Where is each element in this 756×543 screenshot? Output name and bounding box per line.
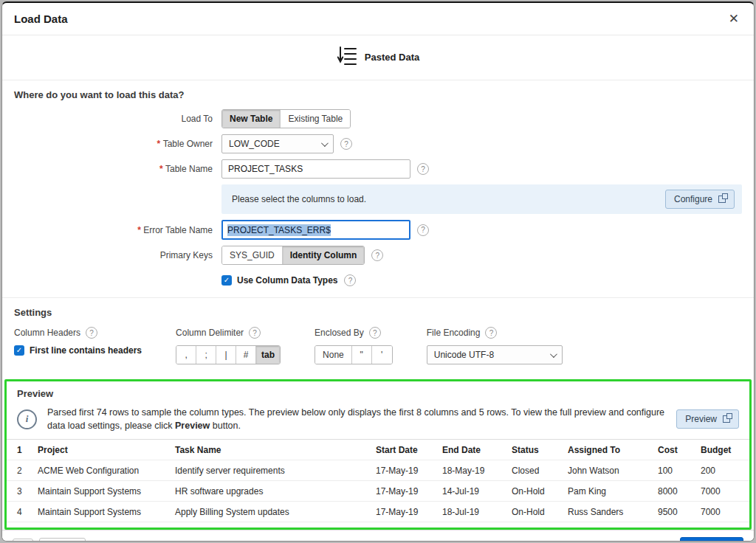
dialog-header: Load Data ✕ xyxy=(2,3,754,35)
configure-notice-text: Please select the columns to load. xyxy=(232,194,366,204)
error-table-label: Error Table Name xyxy=(2,225,221,235)
preview-cell: Project xyxy=(30,440,168,460)
load-to-option-new-table[interactable]: New Table xyxy=(222,110,281,128)
table-name-input[interactable] xyxy=(221,159,410,179)
row-number: 5 xyxy=(7,522,30,530)
delimiter-hash[interactable]: # xyxy=(236,346,256,364)
preview-cell: Cost xyxy=(650,440,693,460)
enclosed-single-quote[interactable]: ' xyxy=(372,346,392,364)
preview-cell: 7000 xyxy=(693,481,749,502)
preview-cell: 100 xyxy=(650,522,693,530)
table-owner-select[interactable]: LOW_CODE xyxy=(221,134,334,153)
load-data-dialog: Load Data ✕ Pasted Data Where do you wan… xyxy=(1,1,755,542)
delimiter-tab[interactable]: tab xyxy=(256,346,280,364)
cancel-button[interactable]: Cancel xyxy=(39,538,86,542)
popup-icon xyxy=(723,415,730,423)
chevron-down-icon xyxy=(550,350,557,358)
load-to-toggle: New Table Existing Table xyxy=(221,109,351,128)
error-table-row: Error Table Name PROJECT_TASKS_ERR$ ? xyxy=(2,220,754,240)
load-to-option-existing-table[interactable]: Existing Table xyxy=(281,110,350,128)
chevron-down-icon xyxy=(321,139,329,147)
preview-notice-text: Parsed first 74 rows to sample the colum… xyxy=(47,406,666,432)
row-number: 4 xyxy=(7,502,30,522)
delimiter-semicolon[interactable]: ; xyxy=(196,346,216,364)
dialog-footer: ‹ Cancel Load Data xyxy=(2,530,754,542)
column-delimiter-label: Column Delimiter xyxy=(176,328,244,338)
use-column-data-types-label: Use Column Data Types xyxy=(237,275,337,286)
table-row: 5 ACME Web Configuration Determine Web l… xyxy=(7,522,749,530)
configure-notice-row: Please select the columns to load. Confi… xyxy=(2,184,754,214)
primary-keys-option-sys-guid[interactable]: SYS_GUID xyxy=(222,246,283,264)
primary-keys-option-identity-column[interactable]: Identity Column xyxy=(283,246,365,264)
preview-cell: 18-May-19 xyxy=(435,522,504,530)
primary-keys-help-icon[interactable]: ? xyxy=(371,249,383,261)
pasted-data-label: Pasted Data xyxy=(365,52,419,63)
delimiter-toggle: , ; | # tab xyxy=(176,345,281,364)
preview-cell: On-Hold xyxy=(504,481,560,502)
use-types-row: Use Column Data Types ? xyxy=(2,271,754,290)
delimiter-pipe[interactable]: | xyxy=(216,346,236,364)
preview-cell: Pam King xyxy=(560,481,650,502)
use-column-data-types-checkbox[interactable] xyxy=(221,275,232,286)
preview-annotation-box: Preview i Parsed first 74 rows to sample… xyxy=(4,379,752,530)
preview-cell: John Watson xyxy=(560,460,650,481)
table-owner-help-icon[interactable]: ? xyxy=(340,138,352,150)
row-number: 2 xyxy=(7,460,30,481)
preview-cell: 14-Jul-19 xyxy=(435,481,504,502)
preview-cell: Task Name xyxy=(168,440,368,460)
preview-cell: 100 xyxy=(693,522,749,530)
error-table-selected-text: PROJECT_TASKS_ERR$ xyxy=(227,224,331,236)
enclosed-double-quote[interactable]: " xyxy=(352,346,372,364)
table-row: 1 Project Task Name Start Date End Date … xyxy=(7,440,749,460)
file-encoding-select[interactable]: Unicode UTF-8 xyxy=(427,345,563,364)
preview-section-title: Preview xyxy=(7,381,749,404)
first-line-headers-label: First line contains headers xyxy=(30,345,142,356)
where-form: Load To New Table Existing Table Table O… xyxy=(2,108,754,297)
table-owner-label: Table Owner xyxy=(2,139,221,149)
table-name-label: Table Name xyxy=(2,164,221,174)
preview-cell: Maintain Support Systems xyxy=(30,502,168,522)
preview-cell: 18-Jul-19 xyxy=(435,502,504,522)
use-types-help-icon[interactable]: ? xyxy=(344,274,356,286)
preview-cell: 7000 xyxy=(693,502,749,522)
configure-notice-bar: Please select the columns to load. Confi… xyxy=(221,184,742,214)
enclosed-by-label: Enclosed By xyxy=(315,328,364,338)
close-icon[interactable]: ✕ xyxy=(726,11,742,27)
preview-cell: Start Date xyxy=(368,440,435,460)
back-button[interactable]: ‹ xyxy=(13,539,33,542)
preview-cell: Budget xyxy=(693,440,749,460)
preview-cell: On-Hold xyxy=(504,502,560,522)
first-line-headers-checkbox[interactable] xyxy=(14,345,24,356)
load-data-button[interactable]: Load Data xyxy=(680,537,743,542)
preview-button[interactable]: Preview xyxy=(676,409,739,429)
table-row: 2 ACME Web Configuration Identify server… xyxy=(7,460,749,481)
preview-cell: 17-May-19 xyxy=(368,502,435,522)
settings-section-title: Settings xyxy=(2,297,754,325)
preview-notice: i Parsed first 74 rows to sample the col… xyxy=(7,404,749,439)
row-number: 1 xyxy=(7,440,30,460)
configure-button[interactable]: Configure xyxy=(665,190,735,209)
preview-cell: 17-May-19 xyxy=(368,481,435,502)
preview-cell: 9500 xyxy=(650,502,693,522)
enclosed-by-help-icon[interactable]: ? xyxy=(369,327,381,339)
column-headers-help-icon[interactable]: ? xyxy=(86,327,97,339)
preview-cell: Status xyxy=(504,440,560,460)
preview-cell: 100 xyxy=(650,460,693,481)
table-row: 4 Maintain Support Systems Apply Billing… xyxy=(7,502,749,522)
table-name-help-icon[interactable]: ? xyxy=(417,163,429,175)
preview-cell: 18-May-19 xyxy=(435,460,504,481)
dialog-title: Load Data xyxy=(14,13,68,25)
error-table-help-icon[interactable]: ? xyxy=(417,224,429,236)
preview-cell: Identify server requirements xyxy=(168,460,368,481)
enclosed-none[interactable]: None xyxy=(315,346,352,364)
file-encoding-group: File Encoding ? Unicode UTF-8 xyxy=(427,327,563,364)
file-encoding-help-icon[interactable]: ? xyxy=(485,327,497,339)
error-table-input[interactable]: PROJECT_TASKS_ERR$ xyxy=(221,220,410,240)
preview-cell: 200 xyxy=(693,460,749,481)
where-section-title: Where do you want to load this data? xyxy=(2,80,754,108)
preview-cell: Closed xyxy=(504,522,560,530)
delimiter-comma[interactable]: , xyxy=(176,346,196,364)
column-delimiter-help-icon[interactable]: ? xyxy=(249,327,261,339)
primary-keys-toggle: SYS_GUID Identity Column xyxy=(221,246,365,265)
column-delimiter-group: Column Delimiter ? , ; | # tab xyxy=(176,327,281,364)
